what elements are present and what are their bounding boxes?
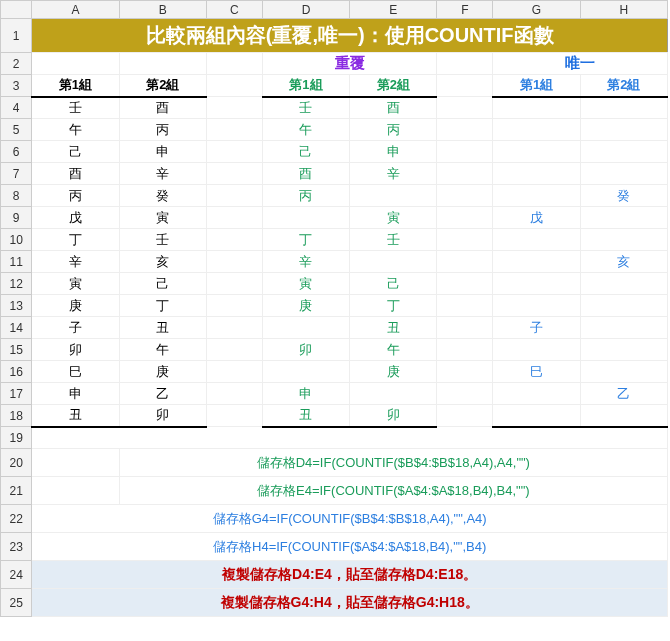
row-19[interactable]: 19	[1, 427, 32, 449]
row-9[interactable]: 9	[1, 207, 32, 229]
cell-b[interactable]: 壬	[119, 229, 206, 251]
hdr-e[interactable]: 第2組	[350, 75, 437, 97]
col-F[interactable]: F	[437, 1, 493, 19]
cell-a[interactable]: 壬	[32, 97, 119, 119]
col-B[interactable]: B	[119, 1, 206, 19]
cell-b[interactable]: 午	[119, 339, 206, 361]
cell-d[interactable]	[262, 317, 349, 339]
cell-g[interactable]	[493, 383, 580, 405]
cell-h[interactable]	[580, 141, 667, 163]
row-15[interactable]: 15	[1, 339, 32, 361]
cell-g[interactable]	[493, 185, 580, 207]
cell-e[interactable]: 己	[350, 273, 437, 295]
cell-a[interactable]: 丙	[32, 185, 119, 207]
cell-e[interactable]: 丑	[350, 317, 437, 339]
section-duplicate[interactable]: 重覆	[262, 53, 437, 75]
col-E[interactable]: E	[350, 1, 437, 19]
hdr-d[interactable]: 第1組	[262, 75, 349, 97]
row-20[interactable]: 20	[1, 449, 32, 477]
cell-h[interactable]: 亥	[580, 251, 667, 273]
cell-a[interactable]: 午	[32, 119, 119, 141]
cell-h[interactable]	[580, 405, 667, 427]
cell-g[interactable]	[493, 273, 580, 295]
cell-b[interactable]: 庚	[119, 361, 206, 383]
col-C[interactable]: C	[206, 1, 262, 19]
cell-e[interactable]	[350, 251, 437, 273]
col-G[interactable]: G	[493, 1, 580, 19]
cell-b[interactable]: 亥	[119, 251, 206, 273]
cell-a[interactable]: 申	[32, 383, 119, 405]
cell-g[interactable]	[493, 339, 580, 361]
cell-g[interactable]	[493, 97, 580, 119]
row-3[interactable]: 3	[1, 75, 32, 97]
cell-b[interactable]: 辛	[119, 163, 206, 185]
cell-g[interactable]: 子	[493, 317, 580, 339]
cell-g[interactable]	[493, 119, 580, 141]
cell-h[interactable]	[580, 273, 667, 295]
hdr-h[interactable]: 第2組	[580, 75, 667, 97]
cell-a[interactable]: 庚	[32, 295, 119, 317]
copy-line-1[interactable]: 複製儲存格D4:E4，貼至儲存格D4:E18。	[32, 561, 668, 589]
cell-d[interactable]: 壬	[262, 97, 349, 119]
cell-e[interactable]	[350, 383, 437, 405]
cell-e[interactable]: 辛	[350, 163, 437, 185]
cell-b[interactable]: 丑	[119, 317, 206, 339]
cell-b[interactable]: 酉	[119, 97, 206, 119]
cell-d[interactable]: 己	[262, 141, 349, 163]
cell-e[interactable]: 丙	[350, 119, 437, 141]
cell-d[interactable]: 酉	[262, 163, 349, 185]
row-7[interactable]: 7	[1, 163, 32, 185]
row-21[interactable]: 21	[1, 477, 32, 505]
row-18[interactable]: 18	[1, 405, 32, 427]
cell-e[interactable]: 酉	[350, 97, 437, 119]
cell-e[interactable]: 壬	[350, 229, 437, 251]
cell-e[interactable]: 寅	[350, 207, 437, 229]
cell-g[interactable]	[493, 141, 580, 163]
cell-h[interactable]	[580, 119, 667, 141]
cell-h[interactable]	[580, 229, 667, 251]
cell-a[interactable]: 丑	[32, 405, 119, 427]
cell-g[interactable]	[493, 163, 580, 185]
row-22[interactable]: 22	[1, 505, 32, 533]
cell-d[interactable]: 卯	[262, 339, 349, 361]
row-17[interactable]: 17	[1, 383, 32, 405]
cell-a[interactable]: 寅	[32, 273, 119, 295]
section-unique[interactable]: 唯一	[493, 53, 668, 75]
row-4[interactable]: 4	[1, 97, 32, 119]
cell-d[interactable]: 丙	[262, 185, 349, 207]
cell-b[interactable]: 己	[119, 273, 206, 295]
row-11[interactable]: 11	[1, 251, 32, 273]
cell-a[interactable]: 辛	[32, 251, 119, 273]
cell-d[interactable]: 庚	[262, 295, 349, 317]
col-H[interactable]: H	[580, 1, 667, 19]
cell-d[interactable]: 丑	[262, 405, 349, 427]
hdr-b[interactable]: 第2組	[119, 75, 206, 97]
cell-h[interactable]	[580, 339, 667, 361]
row-14[interactable]: 14	[1, 317, 32, 339]
cell-b[interactable]: 寅	[119, 207, 206, 229]
copy-line-2[interactable]: 複製儲存格G4:H4，貼至儲存格G4:H18。	[32, 589, 668, 617]
cell-d[interactable]: 丁	[262, 229, 349, 251]
cell-d[interactable]: 辛	[262, 251, 349, 273]
cell-a[interactable]: 卯	[32, 339, 119, 361]
cell-h[interactable]	[580, 295, 667, 317]
col-A[interactable]: A	[32, 1, 119, 19]
title-cell[interactable]: 比較兩組內容(重覆,唯一)：使用COUNTIF函數	[32, 19, 668, 53]
row-13[interactable]: 13	[1, 295, 32, 317]
cell-b[interactable]: 癸	[119, 185, 206, 207]
cell-g[interactable]	[493, 295, 580, 317]
formula-d4[interactable]: 儲存格D4=IF(COUNTIF($B$4:$B$18,A4),A4,"")	[119, 449, 667, 477]
cell-b[interactable]: 丁	[119, 295, 206, 317]
cell-b[interactable]: 乙	[119, 383, 206, 405]
cell-h[interactable]	[580, 207, 667, 229]
cell-a[interactable]: 子	[32, 317, 119, 339]
cell-e[interactable]: 庚	[350, 361, 437, 383]
cell-g[interactable]	[493, 229, 580, 251]
cell-a[interactable]: 丁	[32, 229, 119, 251]
cell-h[interactable]	[580, 361, 667, 383]
cell-b[interactable]: 卯	[119, 405, 206, 427]
cell-d[interactable]: 午	[262, 119, 349, 141]
row-2[interactable]: 2	[1, 53, 32, 75]
cell-d[interactable]	[262, 361, 349, 383]
row-12[interactable]: 12	[1, 273, 32, 295]
